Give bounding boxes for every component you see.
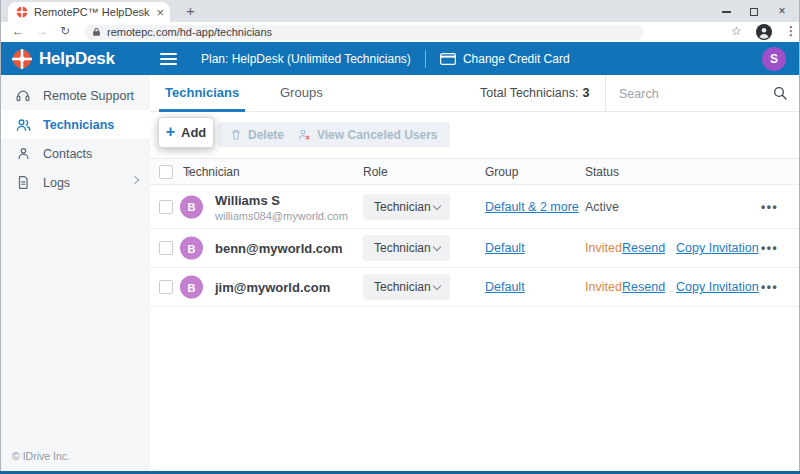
search-icon[interactable] xyxy=(772,85,788,101)
sidebar-item-remote-support[interactable]: Remote Support xyxy=(0,81,150,110)
main-content: Technicians Groups Total Technicians:3 +… xyxy=(150,75,800,471)
column-group: Group xyxy=(485,165,518,179)
table-row: B benn@myworld.com Technician Default In… xyxy=(150,229,800,268)
copy-invitation-link[interactable]: Copy Invitation xyxy=(676,241,759,255)
role-dropdown[interactable]: Technician xyxy=(363,194,450,220)
window-maximize-button[interactable] xyxy=(740,4,768,18)
sidebar-item-label: Remote Support xyxy=(43,89,134,103)
window-close-button[interactable]: × xyxy=(768,4,796,18)
row-checkbox[interactable] xyxy=(159,280,173,294)
total-technicians: Total Technicians:3 xyxy=(480,75,589,112)
row-checkbox[interactable] xyxy=(159,200,173,214)
url-text: remotepc.com/hd-app/technicians xyxy=(107,26,272,38)
group-link[interactable]: Default xyxy=(485,280,525,294)
column-status: Status xyxy=(585,165,619,179)
group-link[interactable]: Default xyxy=(485,241,525,255)
technician-name: Williams S xyxy=(215,192,348,207)
chevron-down-icon xyxy=(433,282,441,290)
logs-icon xyxy=(14,175,32,190)
technician-avatar: B xyxy=(180,195,203,218)
sort-asc-icon: ↑ xyxy=(186,166,192,178)
group-link[interactable]: Default & 2 more xyxy=(485,200,579,214)
change-credit-card-label: Change Credit Card xyxy=(463,52,570,66)
contact-icon xyxy=(14,146,32,161)
role-value: Technician xyxy=(374,280,431,294)
copy-invitation-link[interactable]: Copy Invitation xyxy=(676,280,759,294)
lock-icon xyxy=(92,27,101,37)
technicians-icon xyxy=(14,117,32,133)
row-checkbox[interactable] xyxy=(159,241,173,255)
app-header: HelpDesk Plan: HelpDesk (Unlimited Techn… xyxy=(0,42,800,75)
view-canceled-users-button[interactable]: View Canceled Users xyxy=(285,122,450,147)
remotepc-favicon-icon xyxy=(16,6,28,18)
plus-icon: + xyxy=(166,124,175,140)
technician-name: jim@myworld.com xyxy=(215,280,330,295)
tab-technicians[interactable]: Technicians xyxy=(159,75,245,112)
sidebar-item-label: Contacts xyxy=(43,147,92,161)
tab-close-icon[interactable]: × xyxy=(156,6,164,19)
resend-link[interactable]: Resend xyxy=(622,280,665,294)
browser-menu-icon[interactable]: ⋮ xyxy=(785,24,797,38)
column-role: Role xyxy=(363,165,388,179)
table-row: B Williams S williams084@myworld.com Tec… xyxy=(150,185,800,229)
tab-groups[interactable]: Groups xyxy=(274,75,329,112)
new-tab-button[interactable]: + xyxy=(186,2,195,19)
back-icon[interactable]: ← xyxy=(12,24,24,38)
add-button[interactable]: + Add xyxy=(158,117,214,148)
app-name: HelpDesk xyxy=(39,49,115,69)
delete-icon xyxy=(230,128,242,141)
change-credit-card-button[interactable]: Change Credit Card xyxy=(440,52,570,66)
row-actions-menu-icon[interactable]: ••• xyxy=(761,200,778,214)
credit-card-icon xyxy=(440,53,456,65)
technician-avatar: B xyxy=(180,237,203,260)
role-value: Technician xyxy=(374,241,431,255)
window-minimize-button[interactable] xyxy=(712,4,740,18)
browser-tab-title: RemotePC™ HelpDesk - Technicians xyxy=(34,6,150,18)
total-technicians-label: Total Technicians: xyxy=(480,86,578,100)
row-actions-menu-icon[interactable]: ••• xyxy=(761,280,778,294)
sidebar-item-label: Technicians xyxy=(43,118,114,132)
role-dropdown[interactable]: Technician xyxy=(363,274,450,300)
reload-icon[interactable]: ↻ xyxy=(60,24,70,38)
row-actions-menu-icon[interactable]: ••• xyxy=(761,241,778,255)
plan-label: Plan: HelpDesk (Unlimited Technicians) xyxy=(201,52,411,66)
technician-email: williams084@myworld.com xyxy=(215,209,348,221)
helpdesk-logo: HelpDesk xyxy=(0,49,160,69)
role-dropdown[interactable]: Technician xyxy=(363,235,450,261)
menu-icon[interactable] xyxy=(160,53,177,65)
page-tabs: Technicians Groups Total Technicians:3 xyxy=(150,75,800,112)
delete-button-label: Delete xyxy=(248,128,284,142)
chevron-down-icon xyxy=(433,201,441,209)
table-row: B jim@myworld.com Technician Default Inv… xyxy=(150,268,800,307)
sidebar-item-contacts[interactable]: Contacts xyxy=(0,139,150,168)
technician-identity: Williams S williams084@myworld.com xyxy=(215,192,348,221)
browser-tab[interactable]: RemotePC™ HelpDesk - Technicians × xyxy=(8,2,170,22)
header-divider xyxy=(425,50,426,68)
role-value: Technician xyxy=(374,200,431,214)
address-bar[interactable]: remotepc.com/hd-app/technicians xyxy=(84,25,644,40)
copyright-label: © IDrive Inc. xyxy=(12,450,70,462)
browser-url-bar: ← → ↻ remotepc.com/hd-app/technicians ☆ … xyxy=(0,22,800,42)
search-input[interactable] xyxy=(619,82,759,105)
vertical-divider xyxy=(605,75,606,112)
resend-link[interactable]: Resend xyxy=(622,241,665,255)
add-button-label: Add xyxy=(181,125,206,140)
browser-window: RemotePC™ HelpDesk - Technicians × + × ←… xyxy=(0,0,800,474)
bookmark-star-icon[interactable]: ☆ xyxy=(731,24,742,38)
sidebar-item-logs[interactable]: Logs xyxy=(0,168,150,197)
lifesaver-logo-icon xyxy=(12,49,32,69)
forward-icon[interactable]: → xyxy=(36,24,48,38)
browser-tab-strip: RemotePC™ HelpDesk - Technicians × + × xyxy=(0,0,800,22)
user-avatar[interactable]: S xyxy=(762,47,786,71)
user-cancel-icon xyxy=(297,128,311,141)
status-label: Invited xyxy=(585,241,622,255)
status-label: Active xyxy=(585,200,619,214)
total-technicians-value: 3 xyxy=(582,86,589,100)
select-all-checkbox[interactable] xyxy=(159,165,173,179)
window-controls: × xyxy=(712,0,796,22)
headset-icon xyxy=(14,88,32,103)
browser-profile-avatar[interactable] xyxy=(756,24,772,40)
technician-avatar: B xyxy=(180,276,203,299)
technician-name: benn@myworld.com xyxy=(215,241,343,256)
sidebar-item-technicians[interactable]: Technicians xyxy=(0,110,150,139)
